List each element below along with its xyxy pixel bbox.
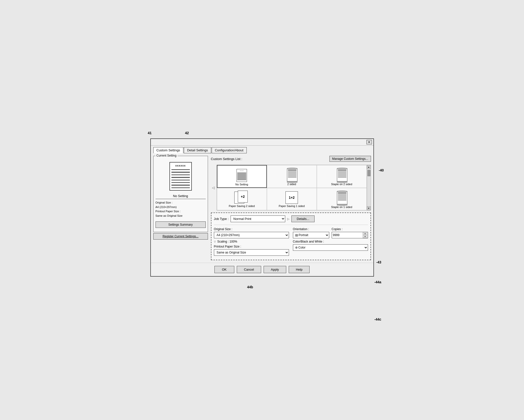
label-41: 41 bbox=[148, 131, 152, 135]
copies-spinner: ▲ ▼ bbox=[363, 232, 367, 238]
doc-line-1 bbox=[171, 169, 190, 170]
help-button[interactable]: Help bbox=[289, 266, 310, 273]
doc-preview: XXXXXX bbox=[169, 162, 192, 191]
line bbox=[237, 174, 246, 175]
settings-summary-button[interactable]: Settings Summary bbox=[156, 221, 206, 228]
orientation-copies-row: Orientation : ▤ Portrait Landscape Copie… bbox=[293, 227, 368, 238]
label-40: -40 bbox=[379, 168, 384, 172]
copies-input[interactable] bbox=[332, 232, 363, 238]
job-type-row: Job Type : Normal Print Hold Print Secur… bbox=[214, 215, 368, 225]
scroll-doc-body: ▪▪▪▪▪ bbox=[287, 168, 297, 181]
presets-with-scroll: ▪▪▪▪▪ bbox=[217, 165, 371, 210]
l bbox=[338, 196, 346, 197]
copies-up-button[interactable]: ▲ bbox=[363, 232, 367, 235]
label-42: 42 bbox=[185, 131, 189, 135]
job-type-select[interactable]: Normal Print Hold Print Secure Print bbox=[231, 215, 285, 222]
preset-paper-saving-1sided-label: Paper Saving 1 sided bbox=[279, 205, 305, 208]
l bbox=[338, 199, 346, 200]
copies-group: Copies : ▲ ▼ bbox=[332, 227, 368, 238]
tab-configuration-about[interactable]: Configuration/About bbox=[212, 147, 247, 153]
tab-bar: Custom Settings Detail Settings Configur… bbox=[151, 146, 373, 153]
printout-size-select[interactable]: Same as Original Size A4 A3 bbox=[214, 249, 289, 256]
tab-custom-settings[interactable]: Custom Settings bbox=[153, 147, 183, 153]
preset-2-sided-label: 2 sided bbox=[287, 183, 296, 186]
doc-line-8 bbox=[171, 187, 190, 188]
preset-paper-saving-2sided[interactable]: 1 +2 Paper Saving 2 sided bbox=[217, 188, 267, 210]
color-bw-group: Color/Black and White : ⊛ Color Black an… bbox=[293, 240, 368, 251]
scroll-doc-staple2: ▪▪▪▪▪ bbox=[336, 168, 347, 182]
line bbox=[237, 179, 246, 180]
scroll-down-button[interactable]: ▼ bbox=[367, 206, 371, 210]
label-44a: -44a bbox=[374, 280, 381, 284]
l bbox=[338, 198, 346, 199]
line bbox=[237, 177, 246, 178]
mini-doc-title-no-setting: ▪▪▪▪▪ bbox=[237, 170, 246, 171]
lines bbox=[337, 171, 347, 178]
line bbox=[237, 175, 246, 176]
manage-custom-settings-button[interactable]: Manage Custom Settings... bbox=[329, 156, 371, 162]
color-bw-select[interactable]: ⊛ Color Black and White Auto bbox=[293, 244, 368, 251]
l bbox=[288, 173, 296, 174]
preset-2-sided[interactable]: ▪▪▪▪▪ bbox=[267, 165, 317, 188]
mini-doc-no-setting: ▪▪▪▪▪ bbox=[237, 169, 247, 182]
play-icon: ▷ bbox=[287, 217, 289, 221]
scaling-row: ▽ Scaling : 100% bbox=[214, 240, 289, 243]
scroll-bottom bbox=[337, 182, 347, 183]
copies-input-wrapper: ▲ ▼ bbox=[332, 232, 368, 238]
preset-paper-saving-1sided[interactable]: 1+2 Paper Saving 1 sided bbox=[267, 188, 317, 210]
ps2-doc-front: +2 bbox=[238, 191, 248, 203]
presets-area: ◁ ▪▪▪▪▪ bbox=[211, 165, 371, 210]
copies-down-button[interactable]: ▼ bbox=[363, 235, 367, 238]
doc-preview-title: XXXXXX bbox=[171, 165, 190, 167]
line bbox=[237, 178, 246, 179]
scroll-doc-2sided: ▪▪▪▪▪ bbox=[286, 168, 297, 182]
window-content: Current Setting XXXXXX bbox=[151, 153, 373, 263]
left-panel: Current Setting XXXXXX bbox=[153, 156, 208, 260]
l bbox=[338, 174, 346, 175]
scroll-track bbox=[367, 169, 371, 206]
preset-paper-saving-2sided-icon: 1 +2 bbox=[234, 191, 249, 205]
l bbox=[288, 174, 296, 175]
l bbox=[338, 171, 346, 172]
current-setting-legend: Current Setting bbox=[156, 154, 178, 157]
ok-button[interactable]: OK bbox=[214, 266, 234, 273]
mini-doc-lines-no-setting bbox=[237, 172, 246, 180]
l bbox=[338, 194, 346, 195]
title-bar: × bbox=[151, 139, 373, 146]
l bbox=[338, 197, 346, 198]
l bbox=[338, 177, 346, 178]
outer-wrapper: 41 42 -43 -44a -44c 44b -40 × Custom Set… bbox=[138, 128, 386, 292]
tab-detail-settings[interactable]: Detail Settings bbox=[184, 147, 211, 153]
preset-no-setting-icon: ▪▪▪▪▪ bbox=[235, 168, 248, 183]
scroll-up-button[interactable]: ▲ bbox=[367, 165, 371, 169]
preset-staple-1-sided[interactable]: ▪▪▪▪▪ bbox=[317, 188, 367, 210]
apply-button[interactable]: Apply bbox=[264, 266, 286, 273]
register-current-settings-button[interactable]: Register Current Settings... bbox=[153, 233, 208, 240]
orientation-select[interactable]: ▤ Portrait Landscape bbox=[293, 232, 329, 238]
close-button[interactable]: × bbox=[366, 140, 372, 144]
line bbox=[237, 176, 246, 177]
cancel-button[interactable]: Cancel bbox=[237, 266, 261, 273]
preset-no-setting[interactable]: ▪▪▪▪▪ bbox=[217, 165, 267, 188]
l bbox=[288, 176, 296, 177]
main-window: × Custom Settings Detail Settings Config… bbox=[150, 138, 374, 277]
doc-line-2 bbox=[171, 172, 190, 172]
preset-staple-2-sided[interactable]: ▪▪▪▪▪ bbox=[317, 165, 367, 188]
collapse-arrow-button[interactable]: ◁ bbox=[211, 165, 216, 210]
bottom-bar: OK Cancel Apply Help bbox=[151, 263, 373, 276]
l bbox=[338, 176, 346, 177]
copies-label: Copies : bbox=[332, 227, 368, 231]
ps1-doc: 1+2 bbox=[285, 191, 298, 204]
details-button[interactable]: Details... bbox=[291, 215, 315, 222]
ps2-plus: +2 bbox=[241, 195, 245, 199]
doc-line-6 bbox=[171, 182, 190, 183]
scroll-top bbox=[287, 168, 297, 169]
color-bw-label: Color/Black and White : bbox=[293, 240, 368, 243]
original-size-value: A4 (210×297mm) bbox=[156, 206, 177, 209]
scaling-label: Scaling : 100% bbox=[217, 240, 237, 243]
l bbox=[288, 177, 296, 178]
original-size-select[interactable]: A4 (210×297mm) A3 Letter bbox=[214, 232, 289, 238]
line bbox=[237, 173, 246, 174]
l bbox=[338, 173, 346, 174]
presets-scrollbar: ▲ ▼ bbox=[367, 165, 371, 210]
